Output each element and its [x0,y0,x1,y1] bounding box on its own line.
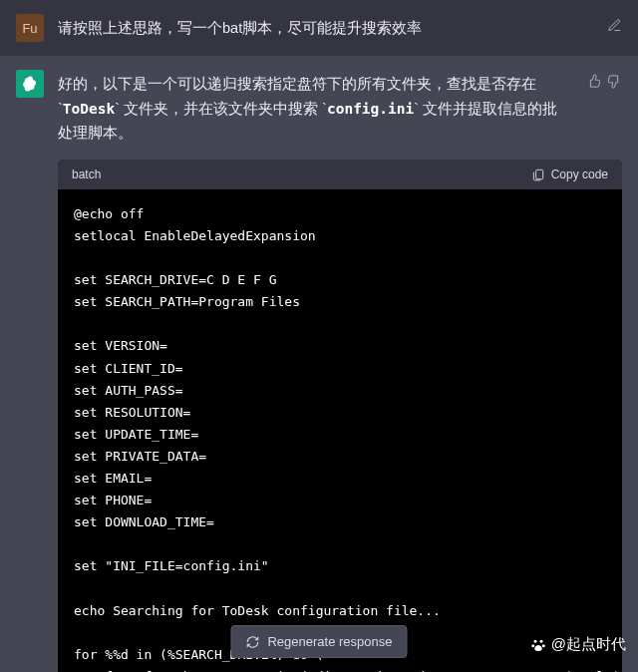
assistant-avatar [16,70,44,98]
watermark: @起点时代 [529,635,626,654]
refresh-icon [245,635,259,649]
assistant-message-actions [586,70,622,93]
clipboard-icon [531,168,545,181]
code-block-header: batch Copy code [58,160,622,189]
code-block: batch Copy code @echo off setlocal Enabl… [58,160,622,672]
assistant-message-row: 好的，以下是一个可以递归搜索指定盘符下的所有文件夹，查找是否存在 `ToDesk… [0,56,638,160]
user-message-actions [586,14,622,37]
svg-rect-0 [535,169,542,178]
user-avatar: Fu [16,14,44,42]
assistant-message-container: 好的，以下是一个可以递归搜索指定盘符下的所有文件夹，查找是否存在 `ToDesk… [0,56,638,672]
code-body: @echo off setlocal EnableDelayedExpansio… [58,189,622,672]
svg-point-4 [542,644,545,647]
svg-point-2 [539,639,542,642]
watermark-text: @起点时代 [551,635,626,654]
user-message-text: 请按照上述思路，写一个bat脚本，尽可能提升搜索效率 [58,14,572,41]
paw-icon [529,636,547,654]
thumbs-down-icon[interactable] [607,74,622,93]
copy-code-label: Copy code [551,168,608,181]
svg-point-3 [531,644,534,647]
assistant-message-text: 好的，以下是一个可以递归搜索指定盘符下的所有文件夹，查找是否存在 `ToDesk… [58,70,572,146]
user-message-row: Fu 请按照上述思路，写一个bat脚本，尽可能提升搜索效率 [0,0,638,56]
regenerate-label: Regenerate response [267,634,392,649]
inline-code: config.ini [327,101,414,117]
inline-code: ToDesk [63,101,115,117]
regenerate-response-button[interactable]: Regenerate response [230,625,407,658]
svg-point-1 [533,639,536,642]
code-language-label: batch [72,168,101,181]
edit-icon[interactable] [607,18,622,37]
copy-code-button[interactable]: Copy code [531,168,608,181]
thumbs-up-icon[interactable] [586,74,601,93]
